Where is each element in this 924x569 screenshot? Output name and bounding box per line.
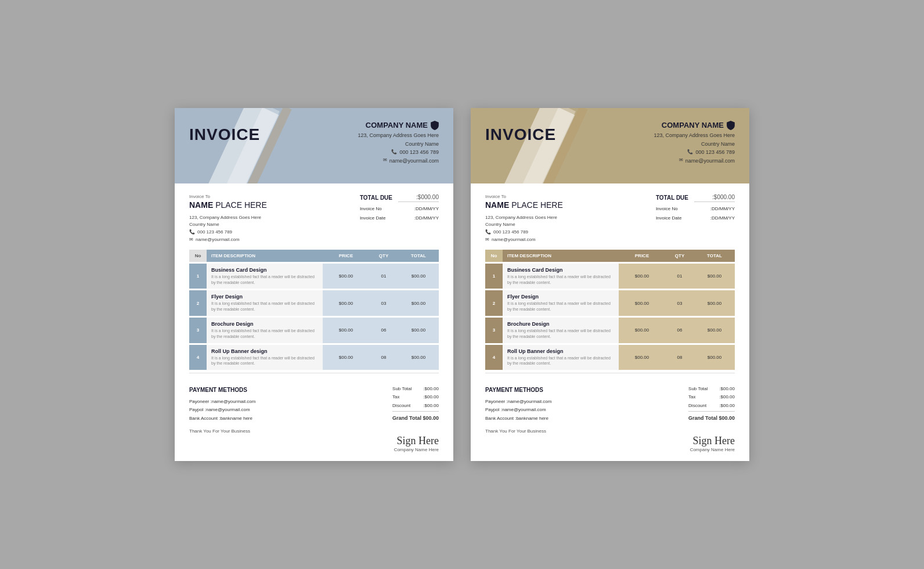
- invoice-card-tan: INVOICE COMPANY NAME 123, Company Addres…: [471, 108, 749, 462]
- payment-left-2: PAYMENT METHODS Payoneer :name@yourmail.…: [485, 385, 551, 423]
- invoice-no-label-2: Invoice No: [656, 204, 678, 214]
- total-due-label-2: TOTAL DUE: [656, 195, 688, 201]
- th-qty-1: QTY: [369, 250, 398, 262]
- row-desc-1: Flyer Design It is a long established fa…: [207, 290, 323, 316]
- client-address1-2: 123, Company Address Goes Here: [485, 214, 563, 222]
- row-no-1: 2: [189, 290, 207, 316]
- invoice-to-label-2: Invoice To: [485, 194, 563, 199]
- payoneer-value-1: :name@yourmail.com: [210, 399, 255, 404]
- row-qty-3: 08: [369, 345, 398, 370]
- row-qty-2: 06: [665, 318, 694, 343]
- tax-value-1: :$00.00: [423, 393, 439, 401]
- th-qty-2: QTY: [665, 250, 694, 262]
- signature-section-1: Sign Here Company Name Here: [175, 435, 453, 461]
- paypol-label-2: Paypol: [485, 407, 499, 412]
- payoneer-label-2: Payoneer: [485, 399, 505, 404]
- th-no-2: No: [485, 250, 503, 262]
- billing-section-2: Invoice To NAME PLACE HERE 123, Company …: [471, 183, 749, 250]
- invoice-meta-2: Invoice No :DD/MM/YY Invoice Date :DD/MM…: [656, 204, 735, 223]
- table-body-2: 1 Business Card Design It is a long esta…: [471, 264, 749, 370]
- company-info-1: COMPANY NAME 123, Company Address Goes H…: [358, 120, 439, 165]
- company-footer-2: Company Name Here: [690, 447, 735, 452]
- row-total-2: $00.00: [694, 318, 735, 343]
- client-phone-icon-2: 📞: [485, 229, 491, 236]
- sign-here-2: Sign Here: [693, 435, 735, 447]
- grand-total-label-2: Grand Total: [688, 413, 717, 423]
- payment-right-1: Sub Total:$00.00 Tax:$00.00 Discount:$00…: [392, 385, 439, 423]
- table-row: 3 Brochure Design It is a long establish…: [189, 318, 439, 343]
- row-desc-0: Business Card Design It is a long establ…: [207, 264, 323, 289]
- invoice-date-label-1: Invoice Date: [360, 214, 385, 223]
- client-details-1: 123, Company Address Goes Here Country N…: [189, 214, 267, 244]
- invoice-date-label-2: Invoice Date: [656, 214, 681, 223]
- row-qty-1: 03: [369, 290, 398, 316]
- bank-value-2: :bankname here: [515, 416, 548, 421]
- payment-title-1: PAYMENT METHODS: [189, 385, 255, 395]
- client-email-2: name@yourmail.com: [492, 236, 536, 244]
- total-due-label-1: TOTAL DUE: [360, 195, 392, 201]
- th-desc-2: ITEM DESCRIPTION: [503, 250, 619, 262]
- row-price-2: $00.00: [619, 318, 665, 343]
- total-due-value-2: :$000.00: [694, 194, 735, 202]
- billing-place-2: PLACE HERE: [511, 200, 563, 210]
- shield-icon-2: [727, 121, 735, 130]
- row-qty-0: 01: [665, 264, 694, 289]
- row-text-1: It is a long established fact that a rea…: [507, 301, 614, 312]
- th-no-1: No: [189, 250, 207, 262]
- discount-value-1: :$00.00: [423, 402, 439, 410]
- table-row: 1 Business Card Design It is a long esta…: [189, 264, 439, 289]
- grand-total-value-1: $00.00: [423, 413, 439, 423]
- th-price-2: PRICE: [619, 250, 665, 262]
- row-desc-0: Business Card Design It is a long establ…: [503, 264, 619, 289]
- table-row: 3 Brochure Design It is a long establish…: [485, 318, 735, 343]
- billing-place-1: PLACE HERE: [215, 200, 267, 210]
- row-price-3: $00.00: [619, 345, 665, 370]
- billing-section-1: Invoice To NAME PLACE HERE 123, Company …: [175, 183, 453, 250]
- client-phone-icon-1: 📞: [189, 229, 195, 236]
- row-no-0: 1: [189, 264, 207, 289]
- total-due-value-1: :$000.00: [398, 194, 439, 202]
- table-row: 2 Flyer Design It is a long established …: [485, 290, 735, 316]
- row-desc-1: Flyer Design It is a long established fa…: [503, 290, 619, 316]
- table-row: 2 Flyer Design It is a long established …: [189, 290, 439, 316]
- discount-value-2: :$00.00: [719, 402, 735, 410]
- email-icon-1: ✉: [383, 157, 387, 164]
- row-price-0: $00.00: [323, 264, 369, 289]
- total-due-section-1: TOTAL DUE :$000.00 Invoice No :DD/MM/YY …: [360, 194, 439, 223]
- company-phone-2: 000 123 456 789: [695, 148, 735, 156]
- divider-1: [189, 373, 439, 373]
- invoice-to-label-1: Invoice To: [189, 194, 267, 199]
- company-info-2: COMPANY NAME 123, Company Address Goes H…: [654, 120, 735, 165]
- row-total-0: $00.00: [694, 264, 735, 289]
- company-footer-1: Company Name Here: [394, 447, 439, 452]
- paypol-value-2: :name@yourmail.com: [501, 407, 546, 412]
- company-address1-1: 123, Company Address Goes Here: [358, 131, 439, 139]
- phone-icon-2: 📞: [687, 149, 693, 156]
- row-total-3: $00.00: [398, 345, 439, 370]
- bank-value-1: :bankname here: [219, 416, 252, 421]
- grand-total-value-2: $00.00: [719, 413, 735, 423]
- table-header-2: No ITEM DESCRIPTION PRICE QTY TOTAL: [485, 250, 735, 262]
- row-qty-2: 06: [369, 318, 398, 343]
- th-desc-1: ITEM DESCRIPTION: [207, 250, 323, 262]
- total-due-section-2: TOTAL DUE :$000.00 Invoice No :DD/MM/YY …: [656, 194, 735, 223]
- row-desc-3: Roll Up Banner design It is a long estab…: [503, 345, 619, 370]
- row-price-2: $00.00: [323, 318, 369, 343]
- row-text-0: It is a long established fact that a rea…: [507, 274, 614, 286]
- row-no-3: 4: [189, 345, 207, 370]
- client-email-icon-1: ✉: [189, 236, 193, 244]
- page-wrapper: INVOICE COMPANY NAME 123, Company Addres…: [175, 108, 749, 462]
- client-address2-2: Country Name: [485, 221, 563, 229]
- row-title-3: Roll Up Banner design: [211, 348, 318, 354]
- invoice-title-1: INVOICE: [189, 120, 260, 144]
- company-email-1: name@yourmail.com: [389, 157, 439, 165]
- th-price-1: PRICE: [323, 250, 369, 262]
- row-no-0: 1: [485, 264, 503, 289]
- row-text-1: It is a long established fact that a rea…: [211, 301, 318, 312]
- client-address1-1: 123, Company Address Goes Here: [189, 214, 267, 222]
- tax-label-1: Tax: [392, 393, 399, 401]
- client-address2-1: Country Name: [189, 221, 267, 229]
- row-no-3: 4: [485, 345, 503, 370]
- company-email-2: name@yourmail.com: [685, 157, 735, 165]
- row-price-1: $00.00: [619, 290, 665, 316]
